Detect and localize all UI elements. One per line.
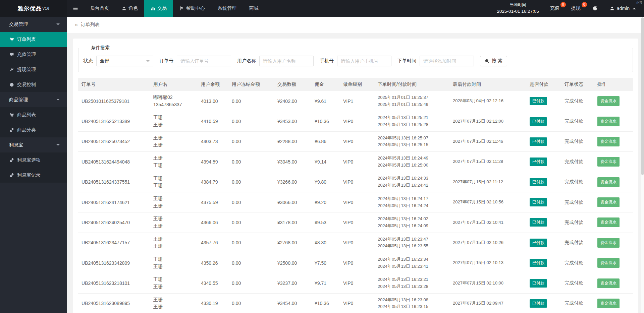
status-select-value: 全部	[100, 58, 109, 64]
fund-flow-button[interactable]: 资金流水	[597, 117, 620, 126]
cell-commission: ¥8.30	[311, 233, 340, 253]
fund-flow-button[interactable]: 资金流水	[597, 197, 620, 207]
fund-flow-button[interactable]: 资金流水	[597, 299, 620, 308]
cell-vip-level: VIP1	[340, 91, 374, 111]
last-pay-time: 2028年03月04日 02:12:16	[453, 98, 523, 105]
cell-vip-level: VIP0	[340, 131, 374, 151]
cell-frozen-amount: 0.00	[228, 172, 274, 192]
user-name: 王珊	[153, 195, 194, 202]
sidebar: 交易管理 订单列表 充值管理 提现管理 交易控制 商品管理 商品列表 商品分类 …	[0, 17, 67, 313]
sidebar-item-product-category[interactable]: 商品分类	[0, 122, 67, 137]
cell-order-no: UB2501011625379181	[78, 91, 150, 111]
cell-trade-amount: ¥3454.00	[274, 293, 311, 313]
chevron-down-icon	[146, 60, 150, 62]
order-time-input[interactable]	[420, 56, 474, 66]
cell-order-status: 完成付款	[561, 152, 594, 172]
cell-commission: ¥10.36	[311, 111, 340, 131]
nav-item-help-center[interactable]: 帮助中心	[173, 0, 211, 17]
user-name: 王珊	[153, 215, 194, 223]
phone-input[interactable]	[337, 56, 391, 66]
user-name: 王珊	[153, 154, 194, 162]
nav-item-label: 角色	[128, 5, 138, 11]
table-row: UB2405131623342809 王珊 王珊 4350.26 0.00 ¥2…	[78, 253, 633, 273]
cell-vip-level: VIP0	[340, 212, 374, 233]
order-time: 2024年05月13日 16:23:34	[378, 256, 446, 263]
sidebar-group-product-management[interactable]: 商品管理	[0, 92, 67, 107]
sidebar-item-interest-records[interactable]: 利息宝记录	[0, 168, 67, 183]
fund-flow-button[interactable]: 资金流水	[597, 157, 620, 167]
column-header: 操作	[594, 78, 633, 91]
top-navbar: 雅尔优品V16 后台首页 角色 交易 帮助中心 系统管理 商城 当地时间 202…	[0, 0, 644, 17]
order-time-field: 下单时间	[397, 56, 474, 66]
table-body: UB2501011625379181 嘟嘟嘟02 13547865337 401…	[78, 91, 633, 313]
nav-item-trade[interactable]: 交易	[144, 0, 173, 17]
table-row: UB2405131623089895 王珊 王珊 4330.19 0.00 ¥3…	[78, 293, 633, 313]
fund-flow-button[interactable]: 资金流水	[597, 217, 620, 227]
sidebar-item-order-list[interactable]: 订单列表	[0, 32, 67, 47]
order-list-card: 条件搜索 状态 全部 订单号 用户名称 手	[73, 39, 638, 313]
sidebar-item-trade-control[interactable]: 交易控制	[0, 77, 67, 92]
sidebar-group-interest-treasure[interactable]: 利息宝	[0, 137, 67, 152]
cell-order-status: 完成付款	[561, 233, 594, 253]
order-no-input[interactable]	[177, 56, 231, 66]
nav-item-mall[interactable]: 商城	[243, 0, 265, 17]
fund-flow-button[interactable]: 资金流水	[597, 177, 620, 187]
chevron-up-icon	[633, 8, 636, 9]
paid-badge: 已付款	[530, 279, 547, 288]
cell-order-no: UB2405131624025470	[78, 212, 150, 233]
cell-last-pay-time: 2027年07月15日 02:10:00	[449, 273, 526, 293]
user-account: 王珊	[153, 303, 194, 311]
paid-badge: 已付款	[530, 259, 547, 267]
fund-flow-button[interactable]: 资金流水	[597, 258, 620, 268]
cell-vip-level: VIP0	[340, 253, 374, 273]
recharge-link[interactable]: 充值 0	[546, 0, 567, 17]
order-time: 2024年05月13日 16:23:47	[378, 236, 446, 243]
refresh-button[interactable]	[588, 0, 605, 17]
order-time: 2024年05月13日 16:24:49	[378, 155, 446, 162]
table-row: UB2405131624025470 王珊 王珊 4366.06 0.00 ¥3…	[78, 212, 633, 233]
search-button[interactable]: 搜 索	[480, 56, 507, 66]
sidebar-item-withdraw-management[interactable]: 提现管理	[0, 62, 67, 77]
status-select[interactable]: 全部	[96, 56, 153, 66]
user-name-input[interactable]	[259, 56, 314, 66]
pay-time: 2024年05月13日 16:25:00	[378, 162, 446, 169]
user-name: 王珊	[153, 236, 194, 243]
cell-trade-amount: ¥3453.00	[274, 111, 311, 131]
pay-time: 2024年05月13日 16:24:42	[378, 182, 446, 189]
fund-flow-button[interactable]: 资金流水	[597, 137, 620, 146]
scrollbar-thumb[interactable]	[641, 17, 644, 175]
fund-flow-button[interactable]: 资金流水	[597, 278, 620, 288]
column-header: 做单级别	[340, 78, 374, 91]
last-pay-time: 2027年07月15日 02:11:12	[453, 179, 523, 186]
chevron-down-icon	[56, 99, 60, 101]
nav-item-roles[interactable]: 角色	[115, 0, 144, 17]
nav-item-label: 交易	[157, 5, 167, 11]
withdraw-count-badge: 0	[582, 2, 587, 7]
sidebar-item-interest-options[interactable]: 利息宝选项	[0, 152, 67, 168]
cell-order-pay-time: 2024年05月13日 16:25:07 2024年05月13日 16:25:1…	[374, 131, 449, 151]
cell-trade-amount: ¥2500.00	[274, 253, 311, 273]
fund-flow-button[interactable]: 资金流水	[597, 96, 620, 106]
sidebar-group-trade-management[interactable]: 交易管理	[0, 17, 67, 32]
fund-flow-button[interactable]: 资金流水	[597, 238, 620, 248]
cell-paid-status: 已付款	[526, 293, 561, 313]
phone-label: 手机号	[320, 58, 334, 64]
pay-time: 2024年05月13日 16:25:15	[378, 141, 446, 148]
withdraw-link[interactable]: 提现 0	[567, 0, 588, 17]
table-row: UB2405131624494048 王珊 王珊 4394.59 0.00 ¥3…	[78, 152, 633, 172]
cell-order-status: 完成付款	[561, 253, 594, 273]
order-time: 2024年05月13日 16:25:07	[378, 135, 446, 142]
nav-item-dashboard[interactable]: 后台首页	[84, 0, 115, 17]
nav-item-system[interactable]: 系统管理	[211, 0, 243, 17]
column-header: 交易数额	[274, 78, 311, 91]
user-account: 王珊	[153, 182, 194, 189]
last-pay-time: 2027年07月15日 02:10:00	[453, 280, 523, 287]
cell-order-pay-time: 2024年05月13日 16:24:33 2024年05月13日 16:24:4…	[374, 172, 449, 192]
hamburger-menu-icon[interactable]	[67, 0, 84, 17]
search-form: 状态 全部 订单号 用户名称 手机号	[84, 56, 628, 66]
cell-paid-status: 已付款	[526, 253, 561, 273]
sidebar-item-recharge-management[interactable]: 充值管理	[0, 47, 67, 62]
sidebar-item-product-list[interactable]: 商品列表	[0, 107, 67, 122]
order-time: 2024年05月13日 16:24:17	[378, 195, 446, 202]
page-scrollbar[interactable]	[641, 17, 644, 313]
